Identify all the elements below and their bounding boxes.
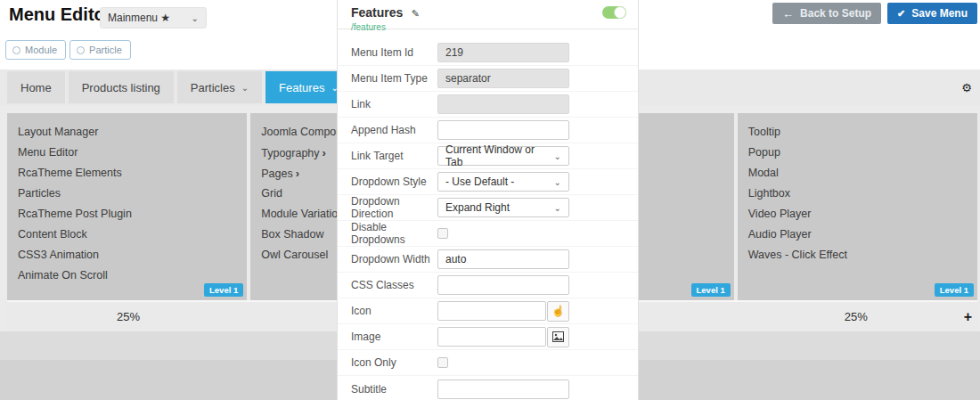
- add-column-button[interactable]: +: [964, 309, 972, 325]
- page-title: Menu Editor: [9, 4, 112, 25]
- field-control: [437, 327, 569, 347]
- menu-item-label: RcaTheme Elements: [18, 167, 122, 179]
- field-control: [437, 380, 569, 399]
- dropdown-style-select[interactable]: - Use Default -⌄: [437, 172, 569, 192]
- subtitle-input[interactable]: [437, 380, 569, 399]
- field-label: Icon: [351, 305, 437, 317]
- menu-item-animate-on-scroll[interactable]: Animate On Scroll: [18, 265, 236, 286]
- column-width-label: 25%: [117, 310, 140, 323]
- menu-item-label: Typography: [261, 147, 319, 159]
- gear-icon[interactable]: ⚙: [961, 81, 972, 94]
- icon-only-checkbox[interactable]: [437, 357, 448, 368]
- menu-item-audio-player[interactable]: Audio Player: [748, 224, 967, 245]
- field-label: Menu Item Type: [351, 72, 437, 85]
- menu-item-tooltip[interactable]: Tooltip: [748, 122, 967, 143]
- field-control: - Use Default -⌄: [437, 172, 569, 192]
- enabled-toggle[interactable]: [602, 6, 626, 19]
- field-label: Link: [351, 98, 437, 110]
- field-control: ☝: [437, 301, 569, 322]
- column-width-label: 25%: [845, 310, 868, 323]
- field-control: [437, 275, 569, 295]
- tab-particles[interactable]: Particles⌄: [177, 71, 262, 103]
- image-icon: [552, 331, 564, 342]
- back-to-setup-button[interactable]: ← Back to Setup: [772, 3, 881, 24]
- menu-column-4: TooltipPopupModalLightboxVideo PlayerAud…: [738, 113, 977, 300]
- link-input: [437, 94, 569, 114]
- menu-selector-dropdown[interactable]: Mainmenu ★ ⌄: [100, 7, 207, 29]
- field-row-dropdown-style: Dropdown Style- Use Default -⌄: [338, 169, 638, 195]
- tab-label: Products listing: [82, 81, 160, 94]
- menu-item-lightbox[interactable]: Lightbox: [748, 184, 967, 204]
- menu-item-settings-panel: Features ✎ /features Menu Item IdMenu It…: [337, 0, 639, 400]
- menu-item-label: Box Shadow: [261, 228, 323, 241]
- menu-item-content-block[interactable]: Content Block: [18, 224, 236, 245]
- field-control: [437, 43, 569, 62]
- field-row-disable-dropdowns: Disable Dropdowns: [338, 221, 638, 247]
- menu-item-video-player[interactable]: Video Player: [748, 204, 967, 224]
- menu-item-type-input: [437, 69, 569, 88]
- menu-item-menu-editor[interactable]: Menu Editor: [18, 143, 236, 163]
- field-row-image: Image: [338, 324, 638, 350]
- back-to-setup-label: Back to Setup: [800, 7, 871, 20]
- field-label: Append Hash: [351, 124, 437, 136]
- arrow-left-icon: ←: [782, 7, 794, 20]
- menu-item-css3-animation[interactable]: CSS3 Animation: [18, 245, 236, 265]
- menu-item-modal[interactable]: Modal: [748, 163, 967, 184]
- menu-item-layout-manager[interactable]: Layout Manager: [18, 122, 236, 143]
- drag-button-group: Module Particle: [5, 40, 131, 60]
- icon-picker-button[interactable]: ☝: [547, 301, 569, 322]
- pencil-icon[interactable]: ✎: [412, 8, 420, 19]
- field-row-icon-only: Icon Only: [338, 350, 638, 376]
- icon-input[interactable]: [437, 301, 546, 321]
- field-row-menu-item-type: Menu Item Type: [338, 66, 638, 92]
- dropdown-width-input[interactable]: [437, 249, 569, 269]
- field-control: [437, 120, 569, 140]
- append-hash-input[interactable]: [437, 120, 569, 140]
- particle-drag-label: Particle: [89, 45, 122, 55]
- field-row-subtitle: Subtitle: [338, 376, 638, 400]
- column-width-cell-4[interactable]: 25%: [735, 302, 977, 331]
- menu-item-path: /features: [351, 22, 625, 32]
- field-row-dropdown-width: Dropdown Width: [338, 247, 638, 273]
- tab-products-listing[interactable]: Products listing: [69, 71, 174, 103]
- menu-item-popup[interactable]: Popup: [748, 143, 967, 163]
- column-width-cell-1[interactable]: 25%: [7, 302, 249, 331]
- panel-header: Features ✎ /features: [338, 0, 638, 29]
- settings-form: Menu Item IdMenu Item TypeLinkAppend Has…: [338, 40, 638, 400]
- image-picker-button[interactable]: [547, 327, 569, 347]
- menu-item-label: Lightbox: [748, 187, 790, 200]
- tab-home[interactable]: Home: [7, 71, 65, 103]
- disable-dropdowns-checkbox[interactable]: [437, 228, 448, 239]
- field-control: [437, 69, 569, 88]
- menu-item-rcatheme-elements[interactable]: RcaTheme Elements: [18, 163, 236, 184]
- chevron-down-icon: ⌄: [554, 203, 561, 213]
- link-target-select[interactable]: Current Window or Tab⌄: [437, 146, 569, 166]
- menu-item-label: RcaTheme Post Plugin: [18, 208, 132, 220]
- menu-item-waves-click-effect[interactable]: Waves - Click Effect: [748, 245, 967, 265]
- field-label: Dropdown Style: [351, 176, 437, 188]
- field-label: Image: [351, 331, 437, 343]
- menu-item-particles[interactable]: Particles: [18, 184, 236, 204]
- menu-item-id-input: [437, 43, 569, 62]
- save-menu-label: Save Menu: [911, 7, 968, 20]
- image-input[interactable]: [437, 327, 546, 347]
- particle-icon: [77, 46, 85, 54]
- menu-item-label: Menu Editor: [18, 146, 78, 159]
- tab-label: Home: [20, 81, 52, 94]
- module-drag-button[interactable]: Module: [5, 40, 66, 60]
- css-classes-input[interactable]: [437, 275, 569, 295]
- menu-item-label: Audio Player: [748, 228, 812, 241]
- field-row-dropdown-direction: Dropdown DirectionExpand Right⌄: [338, 195, 638, 221]
- select-value: Expand Right: [445, 201, 510, 214]
- module-icon: [12, 46, 20, 54]
- field-label: Disable Dropdowns: [351, 221, 437, 246]
- field-label: Icon Only: [351, 356, 437, 369]
- particle-drag-button[interactable]: Particle: [69, 40, 131, 60]
- panel-title: Features: [351, 5, 403, 20]
- save-menu-button[interactable]: ✔ Save Menu: [887, 3, 977, 24]
- field-label: CSS Classes: [351, 279, 437, 291]
- dropdown-direction-select[interactable]: Expand Right⌄: [437, 198, 569, 217]
- menu-item-rcatheme-post-plugin[interactable]: RcaTheme Post Plugin: [18, 204, 236, 224]
- menu-item-label: Grid: [261, 187, 282, 200]
- field-control: [437, 94, 569, 114]
